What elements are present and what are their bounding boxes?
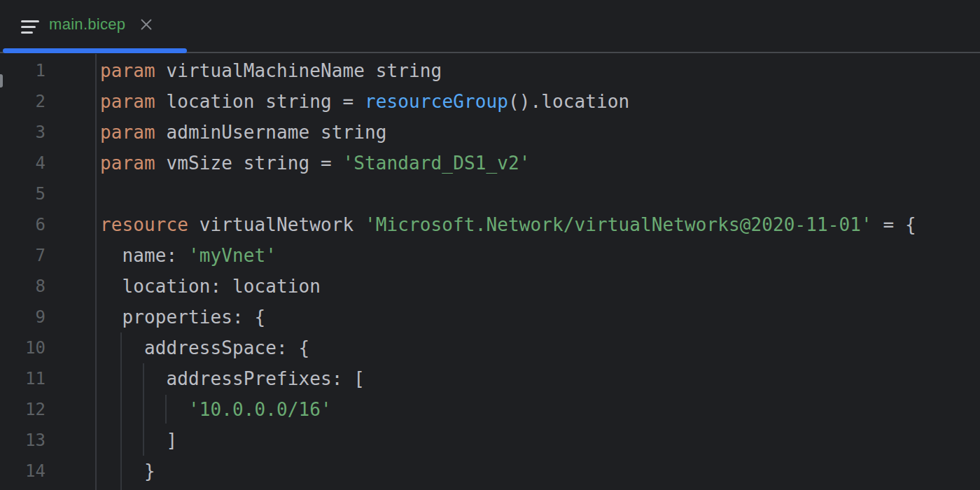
- close-icon[interactable]: [140, 18, 153, 31]
- indent-guide: [120, 332, 122, 490]
- code-text: addressSpace: {: [100, 332, 309, 363]
- code-text: resource virtualNetwork 'Microsoft.Netwo…: [100, 209, 916, 240]
- editor-tab-bar: main.bicep: [0, 0, 980, 54]
- indent-guide: [165, 395, 167, 424]
- code-editor[interactable]: 1param virtualMachineName string2param l…: [0, 54, 980, 490]
- code-text: param virtualMachineName string: [100, 55, 442, 86]
- line-number[interactable]: 9: [0, 302, 46, 332]
- active-tab-underline: [3, 48, 187, 53]
- code-line[interactable]: 5: [0, 178, 980, 209]
- code-line[interactable]: 8 location: location: [0, 271, 980, 302]
- code-text: name: 'myVnet': [100, 240, 276, 271]
- line-number[interactable]: 10: [0, 332, 46, 363]
- code-line[interactable]: 2param location string = resourceGroup()…: [0, 86, 980, 117]
- code-line[interactable]: 11 addressPrefixes: [: [0, 363, 980, 394]
- ide-window: { "tab_bar": { "menu_icon": "hamburger-m…: [0, 0, 980, 490]
- line-number[interactable]: 5: [0, 178, 46, 209]
- code-text: properties: {: [100, 302, 265, 332]
- code-line[interactable]: 14 }: [0, 456, 980, 486]
- code-line[interactable]: 3param adminUsername string: [0, 117, 980, 148]
- line-number[interactable]: 4: [0, 148, 46, 178]
- window-edge-artifact: [0, 74, 3, 88]
- line-number[interactable]: 11: [0, 363, 46, 394]
- tab-main-bicep[interactable]: main.bicep: [49, 0, 153, 49]
- code-line[interactable]: 6resource virtualNetwork 'Microsoft.Netw…: [0, 209, 980, 240]
- code-line[interactable]: 1param virtualMachineName string: [0, 55, 980, 86]
- line-number[interactable]: 12: [0, 394, 46, 425]
- code-line[interactable]: 4param vmSize string = 'Standard_DS1_v2': [0, 148, 980, 178]
- hamburger-menu-icon[interactable]: [21, 20, 41, 34]
- code-line[interactable]: 7 name: 'myVnet': [0, 240, 980, 271]
- line-number[interactable]: 7: [0, 240, 46, 271]
- code-text: '10.0.0.0/16': [100, 394, 332, 425]
- code-line[interactable]: 10 addressSpace: {: [0, 332, 980, 363]
- code-text: param vmSize string = 'Standard_DS1_v2': [100, 148, 530, 178]
- code-text: ]: [100, 425, 177, 456]
- line-number[interactable]: 13: [0, 425, 46, 456]
- code-text: param adminUsername string: [100, 117, 387, 148]
- indent-guide: [143, 363, 144, 456]
- code-line[interactable]: 13 ]: [0, 425, 980, 456]
- code-text: param location string = resourceGroup().…: [100, 86, 629, 117]
- tab-title: main.bicep: [49, 15, 125, 34]
- line-number[interactable]: 14: [0, 456, 46, 486]
- line-number[interactable]: 3: [0, 117, 46, 148]
- line-number[interactable]: 8: [0, 271, 46, 302]
- code-line[interactable]: 12 '10.0.0.0/16': [0, 394, 980, 425]
- code-text: addressPrefixes: [: [100, 363, 365, 394]
- line-number[interactable]: 2: [0, 86, 46, 117]
- code-text: }: [100, 456, 155, 486]
- code-lines: 1param virtualMachineName string2param l…: [0, 55, 980, 486]
- code-text: location: location: [100, 271, 321, 302]
- code-line[interactable]: 9 properties: {: [0, 302, 980, 332]
- line-number[interactable]: 6: [0, 209, 46, 240]
- line-number[interactable]: 1: [0, 55, 46, 86]
